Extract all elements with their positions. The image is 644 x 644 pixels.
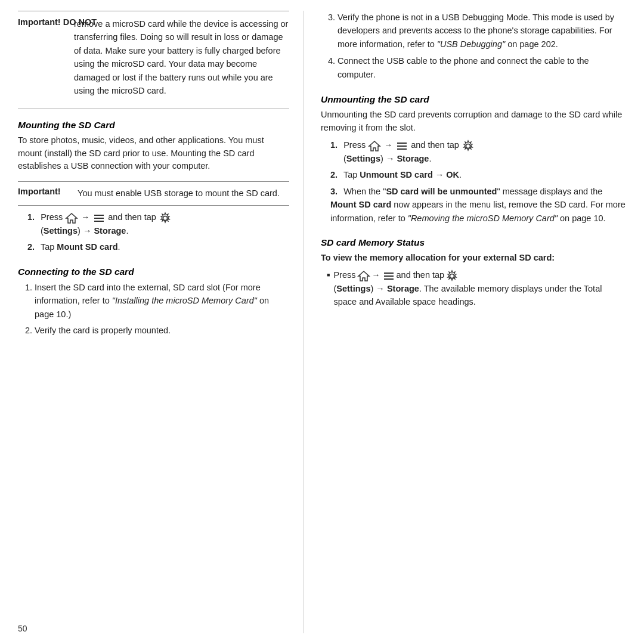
usb-step-4: Connect the USB cable to the phone and c…: [338, 54, 626, 81]
unmount-step-3-num: 3.: [330, 187, 338, 196]
unmount-step-2: 2. Tap Unmount SD card → OK.: [330, 168, 626, 181]
connecting-step-2: Verify the card is properly mounted.: [35, 324, 289, 337]
important-note-label: Important!: [18, 187, 66, 196]
mount-step-2-num: 2.: [27, 242, 35, 252]
home-icon-2: [368, 139, 381, 152]
connecting-steps-list: Insert the SD card into the external, SD…: [18, 281, 289, 340]
connecting-step-1: Insert the SD card into the external, SD…: [35, 281, 289, 321]
svg-rect-2: [94, 218, 104, 219]
connecting-title: Connecting to the SD card: [18, 267, 289, 277]
svg-marker-10: [358, 271, 369, 281]
unmount-step-1-then: and then tap: [411, 140, 462, 150]
mount-step-1: 1. Press → and then ta: [27, 210, 289, 238]
sd-memory-bullet: Press →: [327, 268, 626, 308]
mounting-title: Mounting the SD Card: [18, 120, 289, 131]
page-number: 50: [18, 618, 289, 633]
important-note-box: Important! You must enable USB storage t…: [18, 181, 289, 205]
svg-point-14: [450, 274, 454, 278]
unmount-step-3-text: When the "SD card will be unmounted" mes…: [330, 187, 626, 223]
important-do-not-block: Important! DO NOT remove a microSD card …: [18, 17, 289, 98]
svg-rect-1: [94, 215, 104, 216]
settings-icon-3: [445, 268, 459, 281]
unmounting-title: Unmounting the SD card: [321, 94, 626, 105]
menu-icon-3: [382, 268, 395, 281]
sd-memory-intro: To view the memory allocation for your e…: [321, 252, 626, 265]
svg-rect-3: [94, 221, 104, 222]
unmount-step-3: 3. When the "SD card will be unmounted" …: [330, 185, 626, 225]
sd-memory-steps: Press →: [321, 268, 626, 311]
important-note-text: You must enable USB storage to mount the…: [68, 187, 289, 200]
sd-memory-title: SD card Memory Status: [321, 237, 626, 248]
mount-step-2-text: Tap Mount SD card.: [41, 242, 120, 252]
mounting-body: To store photos, music, videos, and othe…: [18, 134, 289, 173]
svg-rect-7: [397, 145, 407, 147]
unmount-steps-list: 1. Press → and then tap: [321, 138, 626, 228]
unmount-step-2-num: 2.: [330, 170, 338, 179]
svg-rect-8: [397, 148, 407, 150]
arrow-3: →: [372, 269, 380, 282]
mount-steps-list: 1. Press → and then ta: [18, 210, 289, 257]
svg-point-4: [163, 216, 167, 220]
unmount-step-1: 1. Press → and then tap: [330, 138, 626, 166]
mount-step-1-press: Press: [41, 212, 65, 222]
svg-marker-0: [66, 213, 77, 223]
sd-bullet-settings: (Settings) → Storage. The available memo…: [333, 282, 626, 309]
top-divider: [18, 11, 289, 11]
usb-steps-list: Verify the phone is not in a USB Debuggi…: [321, 11, 626, 85]
svg-rect-11: [384, 273, 394, 274]
divider-1: [18, 109, 289, 109]
settings-icon-2: [462, 139, 475, 152]
svg-rect-6: [397, 143, 407, 144]
unmounting-body: Unmounting the SD card prevents corrupti…: [321, 109, 626, 135]
mount-step-2: 2. Tap Mount SD card.: [27, 240, 289, 253]
settings-icon-1: [159, 211, 172, 224]
home-icon: [65, 211, 78, 224]
menu-icon: [92, 211, 106, 224]
unmount-step-1-press: Press: [343, 140, 368, 150]
svg-point-9: [466, 144, 470, 148]
menu-icon-2: [395, 139, 408, 152]
important-do-not-label: Important! DO NOT: [18, 17, 72, 27]
page: Important! DO NOT remove a microSD card …: [0, 0, 644, 644]
home-icon-3: [357, 268, 370, 281]
mount-step-1-settings: (Settings) → Storage.: [41, 226, 128, 236]
svg-rect-13: [384, 278, 394, 280]
arrow-1: →: [81, 212, 92, 222]
important-do-not-text: remove a microSD card while the device i…: [74, 17, 289, 98]
svg-rect-12: [384, 275, 394, 277]
sd-bullet-press: Press: [333, 268, 355, 281]
usb-step-3: Verify the phone is not in a USB Debuggi…: [338, 11, 626, 51]
mount-step-1-then: and then tap: [108, 212, 159, 222]
svg-marker-5: [369, 141, 380, 151]
unmount-step-2-text: Tap Unmount SD card → OK.: [343, 170, 462, 179]
mount-step-1-num: 1.: [27, 212, 35, 222]
unmount-step-1-num: 1.: [330, 140, 338, 150]
arrow-2: →: [384, 140, 395, 150]
unmount-step-1-settings: (Settings) → Storage.: [343, 154, 431, 163]
sd-bullet-then: and then tap: [397, 268, 445, 281]
left-column: Important! DO NOT remove a microSD card …: [18, 11, 304, 633]
right-column: Verify the phone is not in a USB Debuggi…: [304, 11, 626, 633]
